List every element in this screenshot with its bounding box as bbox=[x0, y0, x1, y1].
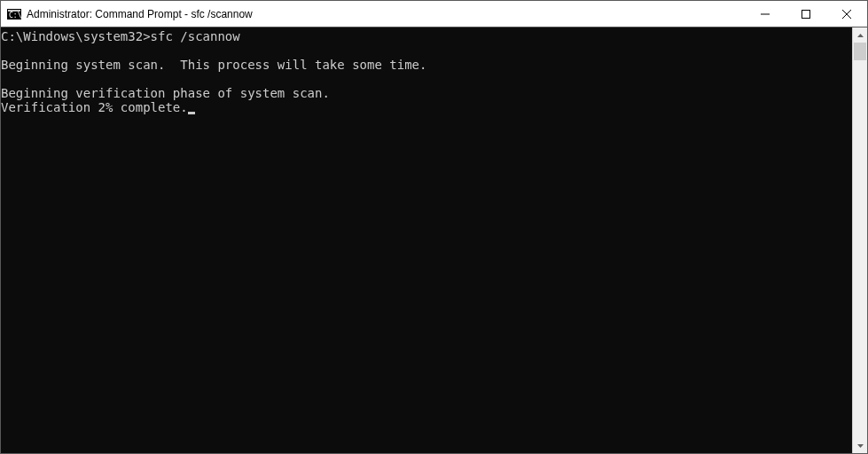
titlebar[interactable]: C:\ Administrator: Command Prompt - sfc … bbox=[1, 1, 867, 27]
output-line bbox=[1, 43, 852, 58]
scroll-down-button[interactable] bbox=[853, 438, 867, 453]
scrollbar-track[interactable] bbox=[853, 43, 867, 438]
cursor bbox=[188, 112, 195, 114]
svg-rect-5 bbox=[802, 10, 810, 18]
output-line: Beginning system scan. This process will… bbox=[1, 58, 852, 72]
output-line bbox=[1, 72, 852, 86]
close-button[interactable] bbox=[826, 1, 867, 27]
vertical-scrollbar[interactable] bbox=[852, 27, 867, 453]
svg-marker-8 bbox=[857, 34, 864, 37]
app-icon: C:\ bbox=[7, 7, 21, 21]
window-title: Administrator: Command Prompt - sfc /sca… bbox=[27, 8, 745, 20]
output-line: Beginning verification phase of system s… bbox=[1, 86, 852, 100]
minimize-button[interactable] bbox=[745, 1, 786, 27]
window-controls bbox=[745, 1, 867, 27]
command-text: sfc /scannow bbox=[151, 29, 240, 43]
svg-text:C:\: C:\ bbox=[9, 12, 21, 20]
prompt-text: C:\Windows\system32> bbox=[1, 29, 151, 43]
scroll-up-button[interactable] bbox=[853, 27, 867, 43]
svg-marker-9 bbox=[857, 444, 864, 448]
output-line: Verification 2% complete. bbox=[1, 100, 188, 114]
scrollbar-thumb[interactable] bbox=[854, 43, 866, 60]
terminal-output[interactable]: C:\Windows\system32>sfc /scannowBeginnin… bbox=[1, 27, 852, 453]
maximize-button[interactable] bbox=[786, 1, 826, 27]
client-area: C:\Windows\system32>sfc /scannowBeginnin… bbox=[1, 27, 867, 453]
